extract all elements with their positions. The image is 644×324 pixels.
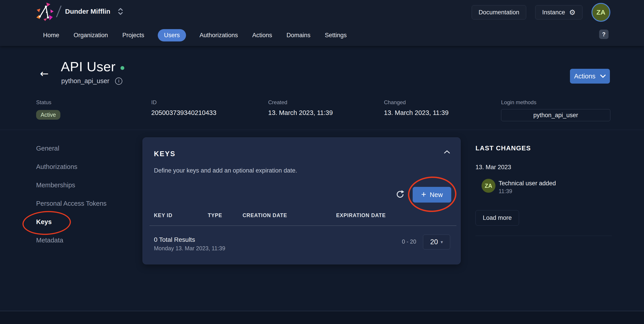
keys-description: Define your keys and add an optional exp…: [154, 167, 297, 174]
event-time: 11:39: [498, 188, 512, 194]
status-label: Status: [36, 99, 60, 106]
new-key-button[interactable]: + New: [413, 187, 451, 202]
refresh-icon: [396, 189, 405, 199]
sidebar-item-keys[interactable]: Keys: [36, 213, 106, 231]
instance-label: Instance: [542, 9, 565, 16]
info-icon[interactable]: i: [115, 78, 122, 85]
main-nav: Home Organization Projects Users Authori…: [0, 25, 644, 46]
username-subtitle: python_api_user: [61, 77, 109, 85]
page-size-select[interactable]: 20 ▾: [423, 235, 450, 249]
event-avatar: ZA: [482, 179, 496, 193]
org-name: Dunder Mifflin: [65, 8, 110, 15]
load-more-button[interactable]: Load more: [476, 210, 519, 226]
page-title: API User: [61, 59, 116, 74]
column-expiration-date: EXPIRATION DATE: [336, 212, 386, 218]
event-text: Technical user added: [498, 180, 556, 187]
documentation-button[interactable]: Documentation: [472, 5, 526, 19]
sidebar-item-authorizations[interactable]: Authorizations: [36, 158, 106, 176]
gear-icon: ⚙: [569, 9, 576, 16]
keys-card: KEYS Define your keys and add an optiona…: [142, 137, 461, 264]
id-value: 205003739340210433: [151, 109, 216, 117]
zitadel-logo-icon[interactable]: [36, 2, 55, 21]
plus-icon: +: [421, 190, 426, 198]
org-switcher-sort-icon: [118, 8, 123, 15]
changed-value: 13. March 2023, 11:39: [384, 109, 448, 117]
brand-area: Dunder Mifflin: [36, 2, 123, 21]
caret-down-icon: ▾: [441, 239, 443, 245]
column-creation-date: CREATION DATE: [242, 212, 287, 218]
meta-changed: Changed 13. March 2023, 11:39: [384, 99, 448, 117]
last-changes-title: LAST CHANGES: [476, 145, 531, 152]
footer-band: [0, 311, 644, 324]
help-button[interactable]: ?: [599, 29, 608, 39]
results-timestamp: Monday 13. Mar 2023, 11:39: [154, 245, 225, 252]
chevron-down-icon: [600, 74, 606, 78]
login-method-chip: python_api_user: [501, 109, 610, 121]
tab-actions[interactable]: Actions: [251, 29, 273, 41]
tab-projects[interactable]: Projects: [122, 29, 145, 41]
sidebar-item-metadata[interactable]: Metadata: [36, 231, 106, 249]
page-size-value: 20: [430, 238, 438, 246]
refresh-button[interactable]: [396, 189, 405, 199]
status-badge: Active: [36, 110, 60, 120]
top-bar: Dunder Mifflin Documentation Instance ⚙ …: [0, 0, 644, 25]
tab-organization[interactable]: Organization: [73, 29, 109, 41]
tab-settings[interactable]: Settings: [324, 29, 348, 41]
meta-status: Status Active: [36, 99, 60, 120]
console-screen: Dunder Mifflin Documentation Instance ⚙ …: [0, 0, 644, 324]
id-label: ID: [151, 99, 216, 106]
panel-divider: [476, 236, 612, 236]
documentation-label: Documentation: [478, 9, 520, 16]
table-divider: [150, 225, 456, 226]
user-avatar[interactable]: ZA: [592, 3, 610, 22]
login-methods-label: Login methods: [501, 99, 610, 106]
subtitle-row: python_api_user i: [61, 77, 122, 85]
back-button[interactable]: ←: [40, 68, 49, 79]
sidebar-item-memberships[interactable]: Memberships: [36, 176, 106, 194]
masthead: Dunder Mifflin Documentation Instance ⚙ …: [0, 0, 644, 46]
chevron-up-icon: [444, 150, 450, 154]
keys-table-header: KEY ID TYPE CREATION DATE EXPIRATION DAT…: [143, 212, 460, 220]
created-value: 13. March 2023, 11:39: [268, 109, 333, 117]
sidebar-item-personal-access-tokens[interactable]: Personal Access Tokens: [36, 194, 106, 213]
meta-login-methods: Login methods python_api_user: [501, 99, 610, 121]
changed-label: Changed: [384, 99, 448, 106]
actions-button[interactable]: Actions: [570, 69, 610, 84]
detail-sidebar: General Authorizations Memberships Perso…: [36, 139, 106, 249]
breadcrumb-slash: [56, 5, 62, 17]
column-key-id: KEY ID: [154, 212, 172, 218]
column-type: TYPE: [208, 212, 222, 218]
last-changes-panel: LAST CHANGES 13. Mar 2023 ZA Technical u…: [476, 137, 612, 254]
created-label: Created: [268, 99, 333, 106]
active-status-dot: [120, 66, 124, 70]
meta-id: ID 205003739340210433: [151, 99, 216, 117]
user-header: ← API User python_api_user i Actions Sta…: [0, 46, 644, 130]
collapse-button[interactable]: [444, 150, 450, 154]
tab-users[interactable]: Users: [158, 29, 186, 41]
change-date: 13. Mar 2023: [476, 164, 511, 171]
meta-created: Created 13. March 2023, 11:39: [268, 99, 333, 117]
new-key-label: New: [430, 191, 443, 198]
keys-card-title: KEYS: [154, 150, 176, 158]
org-switcher[interactable]: Dunder Mifflin: [65, 8, 123, 15]
instance-button[interactable]: Instance ⚙: [535, 5, 582, 19]
actions-label: Actions: [574, 73, 595, 80]
pagination-range: 0 - 20: [402, 238, 416, 245]
content-area: General Authorizations Memberships Perso…: [0, 130, 644, 311]
tab-home[interactable]: Home: [42, 29, 60, 41]
tab-domains[interactable]: Domains: [286, 29, 312, 41]
tab-authorizations[interactable]: Authorizations: [198, 29, 239, 41]
sidebar-item-general[interactable]: General: [36, 139, 106, 158]
avatar-initials: ZA: [596, 8, 606, 16]
top-actions: Documentation Instance ⚙ ZA: [472, 0, 610, 25]
total-results: 0 Total Results: [154, 236, 195, 243]
